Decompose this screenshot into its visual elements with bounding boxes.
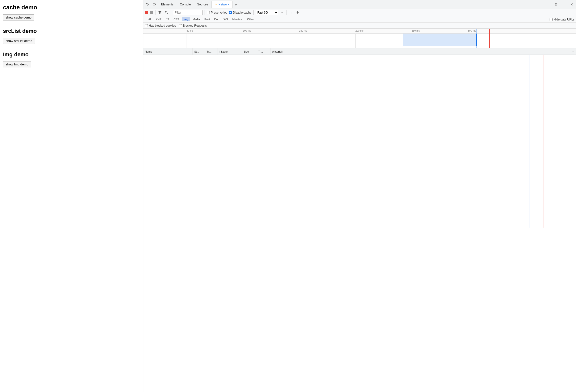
stop-button[interactable] [150,11,153,14]
filter-tab-other[interactable]: Other [245,17,256,21]
timeline-area: 50 ms 100 ms 150 ms 200 ms 250 ms 300 ms [144,29,576,48]
srclist-demo-title: srcList demo [3,28,140,34]
filter-tab-css[interactable]: CSS [172,17,181,21]
import-icon-button[interactable]: ↑ [289,10,294,15]
tick-line-100 [243,33,243,48]
filter-tab-js[interactable]: JS [164,17,171,21]
col-header-name[interactable]: Name [144,48,193,55]
cursor-icon[interactable] [144,1,151,8]
toolbar-separator-4 [254,10,254,15]
filter-tab-ws[interactable]: WS [222,17,230,21]
blocked-requests-label[interactable]: Blocked Requests [179,24,207,28]
svg-line-4 [167,13,168,14]
disable-cache-label[interactable]: Disable cache [229,11,251,14]
record-button[interactable] [145,11,148,14]
tab-sources[interactable]: Sources [194,1,211,8]
devtools-settings-group: ⚙ ⋮ ✕ [553,1,575,8]
svg-rect-1 [155,4,156,5]
srclist-demo-section: srcList demo show srcList demo [3,28,140,44]
devtools-panel: Elements Console Sources ⚠ Network » ⚙ ⋮… [143,0,576,392]
table-header: Name St... Ty... Initiator Size Ti... Wa… [144,48,576,55]
preserve-log-checkbox[interactable] [207,11,210,14]
devtools-filter-tabs: All XHR JS CSS Img Media Font Doc [145,16,549,23]
col-header-initiator[interactable]: Initiator [217,48,242,55]
table-red-line [543,55,544,228]
disable-cache-checkbox[interactable] [229,11,232,14]
network-warn-icon: ⚠ [215,3,217,6]
tick-200ms: 200 ms [355,29,364,32]
svg-point-3 [165,11,167,13]
tick-300ms: 300 ms [468,29,476,32]
throttle-chevron-icon[interactable]: ▼ [280,10,285,15]
filter-tab-font[interactable]: Font [202,17,212,21]
table-body [144,55,576,228]
timeline-blue-bar [403,33,477,46]
devtools-more-icon[interactable]: ⋮ [561,1,567,8]
img-demo-section: Img demo show Img demo [3,51,140,67]
toolbar-separator-3 [204,10,205,15]
filter-tab-manifest[interactable]: Manifest [230,17,245,21]
hide-data-urls-label[interactable]: Hide data URLs [549,18,575,21]
blocked-row: Has blocked cookies Blocked Requests [144,23,576,29]
tick-100ms: 100 ms [243,29,251,32]
show-img-demo-button[interactable]: show Img demo [3,61,31,67]
tick-line-150 [299,33,299,48]
blocked-cookies-checkbox[interactable] [145,24,148,27]
show-cache-demo-button[interactable]: show cache demo [3,14,34,21]
timeline-ruler: 50 ms 100 ms 150 ms 200 ms 250 ms 300 ms [144,29,576,33]
col-header-type[interactable]: Ty... [205,48,217,55]
tab-overflow-button[interactable]: » [233,1,239,8]
tab-network[interactable]: ⚠ Network [211,1,232,8]
col-header-status[interactable]: St... [193,48,205,55]
table-blue-line [530,55,530,228]
filter-icon-button[interactable] [157,10,162,15]
img-demo-title: Img demo [3,51,140,58]
svg-rect-0 [153,3,155,5]
tick-50ms: 50 ms [187,29,193,32]
network-table: Name St... Ty... Initiator Size Ti... Wa… [144,48,576,392]
devtools-close-icon[interactable]: ✕ [569,1,575,8]
device-toggle-icon[interactable] [151,1,158,8]
cache-demo-section: cache demo show cache demo [3,4,140,21]
timeline-blue-line [477,29,477,48]
filter-tab-doc[interactable]: Doc [212,17,221,21]
col-header-waterfall[interactable]: Waterfall ▲ [270,48,576,55]
filter-tab-media[interactable]: Media [191,17,202,21]
tick-150ms: 150 ms [299,29,307,32]
toolbar-separator-1 [155,10,155,15]
svg-marker-2 [158,11,161,14]
throttle-select[interactable]: Fast 3G No throttling Slow 3G Offline [256,10,278,15]
preserve-log-label[interactable]: Preserve log [207,11,227,14]
filter-tab-img[interactable]: Img [182,17,190,21]
blocked-cookies-label[interactable]: Has blocked cookies [145,24,176,28]
timeline-red-line [490,29,490,48]
show-srclist-demo-button[interactable]: show srcList demo [3,38,35,44]
hide-data-urls-checkbox[interactable] [549,18,552,21]
tick-line-200 [355,33,356,48]
filter-tab-xhr[interactable]: XHR [154,17,163,21]
tick-line-50 [187,33,187,48]
toolbar-separator-5 [287,10,287,15]
devtools-toolbar: Preserve log Disable cache Fast 3G No th… [144,9,576,16]
toolbar-separator-2 [171,10,171,15]
col-header-size[interactable]: Size [242,48,257,55]
export-icon-button[interactable]: ⚙ [295,10,300,15]
devtools-tab-bar: Elements Console Sources ⚠ Network » ⚙ ⋮… [144,0,576,9]
cache-demo-title: cache demo [3,4,140,11]
tab-elements[interactable]: Elements [158,1,176,8]
col-header-time[interactable]: Ti... [257,48,270,55]
tab-console[interactable]: Console [177,1,194,8]
filter-tab-all[interactable]: All [146,17,153,21]
search-icon-button[interactable] [164,10,169,15]
devtools-settings-icon[interactable]: ⚙ [553,1,559,8]
filter-input[interactable] [173,10,202,15]
filter-tabs-row: All XHR JS CSS Img Media Font Doc [144,16,576,23]
sort-arrow-icon: ▲ [572,50,574,53]
page-content: cache demo show cache demo srcList demo … [0,0,143,392]
blocked-requests-checkbox[interactable] [179,24,182,27]
tick-250ms: 250 ms [412,29,420,32]
